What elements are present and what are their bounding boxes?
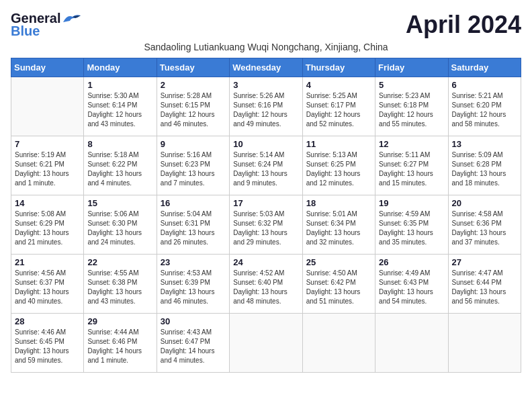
day-info: Sunrise: 5:23 AMSunset: 6:18 PMDaylight:… [379,91,444,129]
day-info: Sunrise: 4:50 AMSunset: 6:42 PMDaylight:… [306,269,371,306]
calendar-cell: 24Sunrise: 4:52 AMSunset: 6:40 PMDayligh… [230,255,302,314]
day-number: 23 [161,257,226,267]
calendar-cell: 7Sunrise: 5:19 AMSunset: 6:21 PMDaylight… [11,136,84,195]
calendar-subtitle: Sandaoling Lutiankuang Wuqi Nongchang, X… [11,42,521,52]
day-info: Sunrise: 5:30 AMSunset: 6:14 PMDaylight:… [87,91,152,129]
weekday-header-tuesday: Tuesday [157,58,229,77]
weekday-header-row: SundayMondayTuesdayWednesdayThursdayFrid… [11,58,521,77]
calendar-cell: 5Sunrise: 5:23 AMSunset: 6:18 PMDaylight… [375,77,448,136]
week-row-2: 7Sunrise: 5:19 AMSunset: 6:21 PMDaylight… [11,136,521,195]
calendar-cell: 6Sunrise: 5:21 AMSunset: 6:20 PMDaylight… [448,77,521,136]
day-info: Sunrise: 4:47 AMSunset: 6:44 PMDaylight:… [452,269,517,306]
calendar-cell: 12Sunrise: 5:11 AMSunset: 6:27 PMDayligh… [375,136,448,195]
calendar-cell: 26Sunrise: 4:49 AMSunset: 6:43 PMDayligh… [375,255,448,314]
calendar-cell: 27Sunrise: 4:47 AMSunset: 6:44 PMDayligh… [448,255,521,314]
calendar-cell [302,314,375,373]
day-number: 12 [379,139,444,149]
day-number: 8 [87,139,152,149]
day-number: 14 [15,198,80,208]
day-info: Sunrise: 5:01 AMSunset: 6:34 PMDaylight:… [306,210,371,247]
day-info: Sunrise: 5:14 AMSunset: 6:24 PMDaylight:… [233,150,298,188]
day-info: Sunrise: 5:03 AMSunset: 6:32 PMDaylight:… [233,210,298,247]
day-info: Sunrise: 5:06 AMSunset: 6:30 PMDaylight:… [87,210,152,247]
day-number: 1 [87,80,152,90]
calendar-cell: 20Sunrise: 4:58 AMSunset: 6:36 PMDayligh… [448,195,521,255]
day-number: 13 [452,139,517,149]
day-info: Sunrise: 5:08 AMSunset: 6:29 PMDaylight:… [15,210,80,247]
day-number: 17 [233,198,298,208]
week-row-5: 28Sunrise: 4:46 AMSunset: 6:45 PMDayligh… [11,314,521,373]
day-info: Sunrise: 5:28 AMSunset: 6:15 PMDaylight:… [161,91,226,129]
day-info: Sunrise: 4:43 AMSunset: 6:47 PMDaylight:… [161,328,226,365]
day-number: 5 [379,80,444,90]
day-info: Sunrise: 5:21 AMSunset: 6:20 PMDaylight:… [452,91,517,129]
day-number: 19 [379,198,444,208]
calendar-cell: 13Sunrise: 5:09 AMSunset: 6:28 PMDayligh… [448,136,521,195]
calendar-cell: 22Sunrise: 4:55 AMSunset: 6:38 PMDayligh… [84,255,157,314]
calendar-cell: 8Sunrise: 5:18 AMSunset: 6:22 PMDaylight… [84,136,157,195]
calendar-cell [375,314,448,373]
calendar-cell: 23Sunrise: 4:53 AMSunset: 6:39 PMDayligh… [157,255,229,314]
calendar-table: SundayMondayTuesdayWednesdayThursdayFrid… [11,58,521,373]
day-number: 22 [87,257,152,267]
calendar-cell: 21Sunrise: 4:56 AMSunset: 6:37 PMDayligh… [11,255,84,314]
day-number: 26 [379,257,444,267]
day-number: 10 [233,139,298,149]
weekday-header-wednesday: Wednesday [230,58,302,77]
calendar-cell: 1Sunrise: 5:30 AMSunset: 6:14 PMDaylight… [84,77,157,136]
calendar-cell [448,314,521,373]
weekday-header-saturday: Saturday [448,58,521,77]
day-info: Sunrise: 4:58 AMSunset: 6:36 PMDaylight:… [452,210,517,247]
day-info: Sunrise: 5:16 AMSunset: 6:23 PMDaylight:… [161,150,226,188]
calendar-cell: 16Sunrise: 5:04 AMSunset: 6:31 PMDayligh… [157,195,229,255]
day-info: Sunrise: 5:04 AMSunset: 6:31 PMDaylight:… [161,210,226,247]
logo-blue: Blue [11,24,40,39]
day-info: Sunrise: 5:25 AMSunset: 6:17 PMDaylight:… [306,91,371,129]
day-info: Sunrise: 5:18 AMSunset: 6:22 PMDaylight:… [87,150,152,188]
logo: General Blue [11,11,82,39]
calendar-cell: 25Sunrise: 4:50 AMSunset: 6:42 PMDayligh… [302,255,375,314]
calendar-cell: 9Sunrise: 5:16 AMSunset: 6:23 PMDaylight… [157,136,229,195]
weekday-header-thursday: Thursday [302,58,375,77]
day-info: Sunrise: 4:56 AMSunset: 6:37 PMDaylight:… [15,269,80,306]
page-header: General Blue April 2024 [11,11,521,39]
day-number: 6 [452,80,517,90]
calendar-cell: 15Sunrise: 5:06 AMSunset: 6:30 PMDayligh… [84,195,157,255]
calendar-cell: 3Sunrise: 5:26 AMSunset: 6:16 PMDaylight… [230,77,302,136]
calendar-cell [230,314,302,373]
weekday-header-friday: Friday [375,58,448,77]
day-number: 27 [452,257,517,267]
day-number: 25 [306,257,371,267]
day-number: 4 [306,80,371,90]
calendar-cell: 11Sunrise: 5:13 AMSunset: 6:25 PMDayligh… [302,136,375,195]
day-info: Sunrise: 5:19 AMSunset: 6:21 PMDaylight:… [15,150,80,188]
day-number: 29 [87,316,152,326]
month-title: April 2024 [406,11,521,39]
day-number: 3 [233,80,298,90]
weekday-header-sunday: Sunday [11,58,84,77]
day-info: Sunrise: 4:44 AMSunset: 6:46 PMDaylight:… [87,328,152,365]
day-number: 7 [15,139,80,149]
calendar-cell: 18Sunrise: 5:01 AMSunset: 6:34 PMDayligh… [302,195,375,255]
day-info: Sunrise: 4:55 AMSunset: 6:38 PMDaylight:… [87,269,152,306]
day-number: 21 [15,257,80,267]
day-number: 30 [161,316,226,326]
calendar-cell: 17Sunrise: 5:03 AMSunset: 6:32 PMDayligh… [230,195,302,255]
calendar-cell [11,77,84,136]
week-row-4: 21Sunrise: 4:56 AMSunset: 6:37 PMDayligh… [11,255,521,314]
day-info: Sunrise: 4:52 AMSunset: 6:40 PMDaylight:… [233,269,298,306]
calendar-cell: 30Sunrise: 4:43 AMSunset: 6:47 PMDayligh… [157,314,229,373]
logo-bird-icon [62,13,82,25]
day-number: 16 [161,198,226,208]
day-info: Sunrise: 5:09 AMSunset: 6:28 PMDaylight:… [452,150,517,188]
day-number: 18 [306,198,371,208]
calendar-cell: 10Sunrise: 5:14 AMSunset: 6:24 PMDayligh… [230,136,302,195]
week-row-3: 14Sunrise: 5:08 AMSunset: 6:29 PMDayligh… [11,195,521,255]
calendar-cell: 28Sunrise: 4:46 AMSunset: 6:45 PMDayligh… [11,314,84,373]
day-info: Sunrise: 4:46 AMSunset: 6:45 PMDaylight:… [15,328,80,365]
calendar-cell: 2Sunrise: 5:28 AMSunset: 6:15 PMDaylight… [157,77,229,136]
day-number: 15 [87,198,152,208]
day-number: 24 [233,257,298,267]
day-number: 9 [161,139,226,149]
day-info: Sunrise: 5:13 AMSunset: 6:25 PMDaylight:… [306,150,371,188]
